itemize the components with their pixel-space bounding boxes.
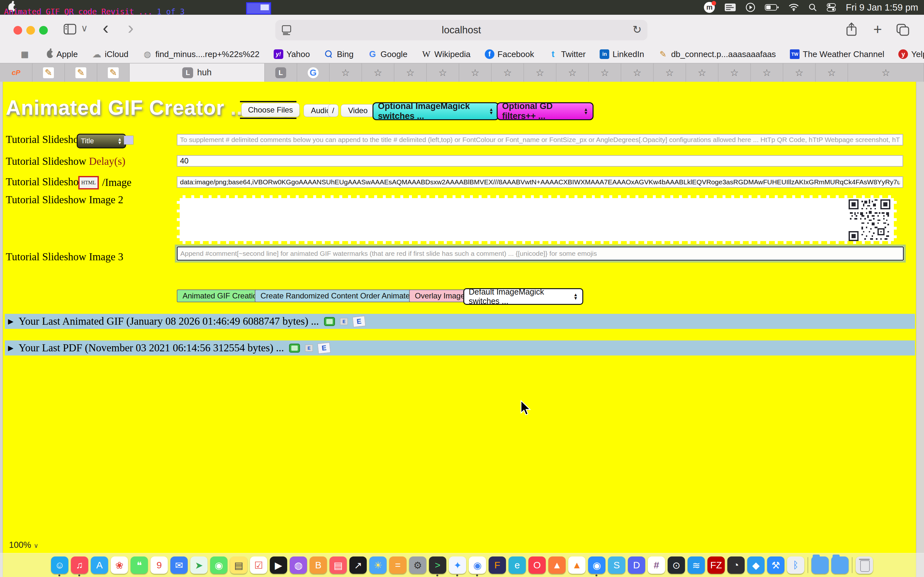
- title-select[interactable]: Title: [77, 134, 126, 148]
- fav-wikipedia[interactable]: W Wikipedia: [415, 49, 478, 59]
- mobile-preview-icon[interactable]: [289, 343, 300, 353]
- dock-brave[interactable]: ▲: [548, 556, 566, 574]
- randomized-order-button[interactable]: Create Randomized Content Order Animated…: [255, 290, 435, 302]
- dock-terminal[interactable]: >: [429, 556, 447, 574]
- control-center-icon[interactable]: [827, 2, 836, 13]
- wifi-icon[interactable]: [788, 2, 799, 13]
- tab-huh[interactable]: L huh: [129, 63, 265, 82]
- dock-books[interactable]: B: [309, 556, 327, 574]
- disclosure-triangle-icon[interactable]: [8, 318, 13, 326]
- dock-mail[interactable]: ✉: [170, 556, 188, 574]
- tab-empty-12[interactable]: ☆: [686, 63, 718, 82]
- back-button[interactable]: ‹: [103, 17, 109, 38]
- dock-vlc[interactable]: ▲: [568, 556, 586, 574]
- image3-watermark-input[interactable]: [177, 247, 904, 261]
- tab-empty-9[interactable]: ☆: [589, 63, 621, 82]
- page-zoom-indicator[interactable]: 100%: [9, 540, 39, 550]
- imagemagick-switches-select[interactable]: Optional ImageMagick switches ...: [373, 102, 499, 120]
- dock-stocks[interactable]: ↗: [349, 556, 367, 574]
- dock-messages[interactable]: ❝: [130, 556, 148, 574]
- image-datauri-input[interactable]: [177, 176, 903, 188]
- title-config-input[interactable]: [177, 134, 903, 145]
- window-close-button[interactable]: [13, 26, 22, 35]
- tab-empty-10[interactable]: ☆: [621, 63, 654, 82]
- tab-editor-1[interactable]: ✎: [32, 63, 65, 82]
- dock-calendar[interactable]: 9: [150, 556, 168, 574]
- dock-calculator[interactable]: =: [389, 556, 407, 574]
- animated-gif-creation-button[interactable]: Animated GIF Creation: [177, 290, 267, 302]
- dock-zoom[interactable]: ◉: [588, 556, 606, 574]
- dock-obs[interactable]: ◔: [727, 556, 745, 574]
- dock-discord[interactable]: D: [628, 556, 646, 574]
- dock-finder[interactable]: ☺: [51, 556, 69, 574]
- fav-find-minus[interactable]: ◍ find_minus....rep+%22s%22: [136, 49, 266, 59]
- dock-photos[interactable]: ❀: [110, 556, 128, 574]
- dock-maps[interactable]: ➤: [190, 556, 208, 574]
- fav-db-connect[interactable]: ✎ db_connect.p...aaasaaafaas: [651, 49, 783, 59]
- tab-editor-2[interactable]: ✎: [65, 63, 97, 82]
- dock-tv[interactable]: ▶: [270, 556, 288, 574]
- dock-news[interactable]: ▤: [329, 556, 347, 574]
- reader-view-icon[interactable]: [281, 24, 292, 38]
- tab-empty-16[interactable]: ☆: [816, 63, 848, 82]
- dock-trash[interactable]: [855, 556, 873, 574]
- dock-skype[interactable]: S: [607, 556, 626, 574]
- mobile-preview-icon[interactable]: [324, 317, 335, 326]
- gd-filters-select[interactable]: Optional GD filters++ ...: [497, 102, 594, 120]
- app-notification-icon[interactable]: m: [704, 2, 715, 13]
- tab-empty-17[interactable]: ☆: [848, 63, 924, 82]
- accordion-last-gif[interactable]: Your Last Animated GIF (January 08 2026 …: [5, 314, 915, 329]
- dock-folder-apps[interactable]: [811, 556, 829, 574]
- image2-dropzone[interactable]: [177, 195, 897, 244]
- dock-divider-2[interactable]: [851, 556, 853, 574]
- reload-icon[interactable]: ↻: [633, 23, 642, 36]
- dock-vscode[interactable]: ◆: [747, 556, 765, 574]
- video-button[interactable]: Video: [341, 104, 375, 117]
- tab-empty-8[interactable]: ☆: [556, 63, 589, 82]
- playback-icon[interactable]: [746, 2, 755, 13]
- tab-empty-2[interactable]: ☆: [362, 63, 394, 82]
- delay-input[interactable]: [177, 155, 903, 167]
- tab-editor-3[interactable]: ✎: [97, 63, 129, 82]
- dock-notes[interactable]: ▤: [230, 556, 248, 574]
- dock-folder-downloads[interactable]: [831, 556, 849, 574]
- email-small-icon[interactable]: E: [305, 345, 313, 351]
- spotlight-icon[interactable]: [809, 2, 817, 13]
- tab-empty-14[interactable]: ☆: [751, 63, 783, 82]
- address-bar[interactable]: localhost ↻: [275, 20, 648, 40]
- email-small-icon[interactable]: E: [340, 318, 348, 325]
- menubar-clock[interactable]: Fri 9 Jan 1:59 pm: [846, 2, 918, 13]
- tab-cpanel[interactable]: cP: [0, 63, 32, 82]
- share-icon[interactable]: [846, 23, 857, 38]
- dock-appstore[interactable]: A: [90, 556, 108, 574]
- email-icon[interactable]: E: [317, 342, 330, 354]
- tab-empty-11[interactable]: ☆: [654, 63, 686, 82]
- dock-edge[interactable]: e: [508, 556, 526, 574]
- battery-icon[interactable]: [765, 2, 779, 13]
- dock-firefox[interactable]: F: [488, 556, 506, 574]
- dock-chrome[interactable]: ◉: [468, 556, 486, 574]
- dock-safari[interactable]: ✦: [449, 556, 467, 574]
- fav-facebook[interactable]: f Facebook: [478, 49, 541, 59]
- dock-slack[interactable]: #: [648, 556, 666, 574]
- fav-bing[interactable]: Bing: [317, 49, 360, 59]
- window-zoom-button[interactable]: [39, 26, 48, 35]
- fav-weather-channel[interactable]: TW The Weather Channel: [783, 49, 891, 59]
- email-icon[interactable]: E: [352, 316, 366, 327]
- tab-empty-5[interactable]: ☆: [459, 63, 491, 82]
- dock-music[interactable]: ♫: [71, 556, 89, 574]
- tab-empty-6[interactable]: ☆: [491, 63, 524, 82]
- dock-bluetooth[interactable]: ᛒ: [787, 556, 804, 574]
- tab-empty-1[interactable]: ☆: [330, 63, 362, 82]
- tab-l[interactable]: L: [265, 63, 297, 82]
- dock-github[interactable]: ⊙: [667, 556, 685, 574]
- slash-button[interactable]: /: [328, 104, 338, 117]
- tab-empty-7[interactable]: ☆: [524, 63, 556, 82]
- title-colour-picker[interactable]: [124, 135, 134, 145]
- window-minimize-button[interactable]: [26, 26, 35, 35]
- tab-empty-4[interactable]: ☆: [427, 63, 459, 82]
- tab-empty-15[interactable]: ☆: [783, 63, 816, 82]
- fav-icloud[interactable]: ☁ iCloud: [85, 49, 136, 59]
- dock-podcasts[interactable]: ◍: [289, 556, 307, 574]
- fav-twitter[interactable]: t Twitter: [541, 49, 593, 59]
